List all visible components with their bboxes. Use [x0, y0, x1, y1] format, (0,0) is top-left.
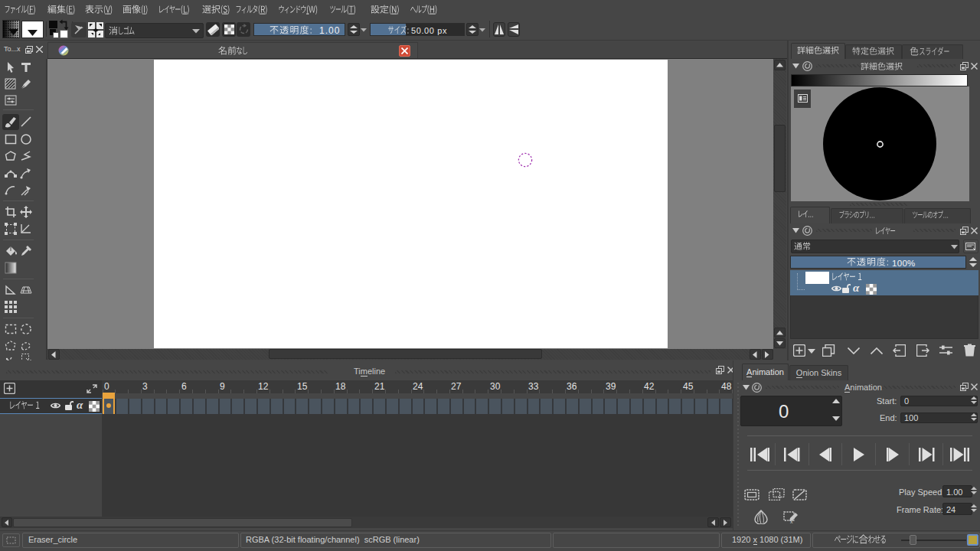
svg-text:α: α [77, 400, 83, 410]
svg-text:x: x [790, 519, 793, 523]
svg-text:α: α [853, 283, 860, 293]
